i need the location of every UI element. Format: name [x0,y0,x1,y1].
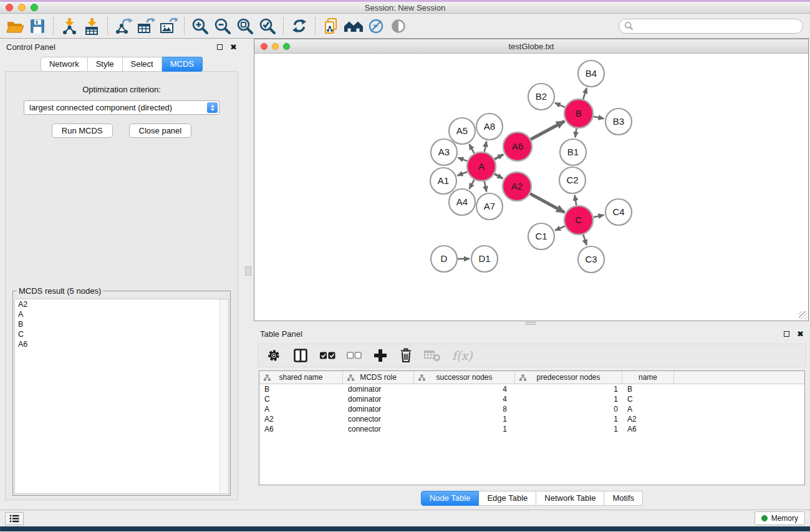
graph-edge-C-C1[interactable] [555,226,565,231]
close-network-window-icon[interactable] [261,43,268,50]
graph-edge-A-A4[interactable] [469,180,474,189]
zoom-fit-icon[interactable] [234,16,256,36]
cell-predecessor-nodes[interactable]: 1 [515,415,622,423]
mcds-result-item[interactable]: B [15,319,228,329]
search-input[interactable] [637,22,798,31]
tab-style[interactable]: Style [88,57,123,72]
double-home-icon[interactable] [342,16,365,36]
graph-edge-A-A7[interactable] [485,181,486,192]
column-header-predecessor-nodes[interactable]: predecessor nodes [515,371,622,384]
graph-node-D1[interactable]: D1 [471,246,498,272]
graph-node-C1[interactable]: C1 [528,223,554,249]
task-history-button[interactable] [5,512,24,525]
cell-successor-nodes[interactable]: 1 [414,415,515,423]
mcds-result-item[interactable]: A [15,309,228,319]
cell-successor-nodes[interactable]: 8 [414,405,515,414]
export-table-icon[interactable] [135,16,157,36]
cell-shared-name[interactable]: C [259,395,343,404]
graph-node-B3[interactable]: B3 [605,109,632,135]
graph-edge-A2-C[interactable] [530,193,564,212]
graph-node-A2[interactable]: A2 [503,172,531,201]
mcds-result-item[interactable]: A6 [15,339,228,349]
cell-successor-nodes[interactable]: 4 [414,385,515,394]
cell-shared-name[interactable]: B [259,385,343,394]
close-window-icon[interactable] [6,4,13,11]
column-header-successor-nodes[interactable]: successor nodes [414,371,515,384]
export-network-icon[interactable] [112,16,135,36]
float-panel-icon[interactable] [217,44,223,50]
network-file-icon[interactable] [320,16,342,36]
cell-MCDS-role[interactable]: connector [343,415,414,423]
graph-node-D[interactable]: D [431,246,457,272]
search-box[interactable] [619,19,803,34]
table-row[interactable]: Bdominator41B [259,384,804,394]
tab-edge-table[interactable]: Edge Table [479,491,536,506]
import-table-icon[interactable] [80,16,103,36]
cell-MCDS-role[interactable]: dominator [343,395,414,404]
cell-MCDS-role[interactable]: dominator [343,405,414,414]
list-scrollbar[interactable] [219,299,228,493]
cell-predecessor-nodes[interactable]: 0 [515,405,622,414]
cell-name[interactable]: A2 [622,415,674,423]
graph-edge-A6-B[interactable] [531,121,564,139]
divider-grabber-icon[interactable] [526,322,536,325]
graph-node-A8[interactable]: A8 [476,114,503,140]
graph-edge-A-A5[interactable] [469,144,474,153]
criterion-dropdown[interactable]: largest connected component (directed) [24,100,219,115]
tab-mcds[interactable]: MCDS [162,57,203,72]
export-image-icon[interactable] [157,16,180,36]
eye-icon[interactable] [387,16,410,36]
table-row[interactable]: A6connector11A6 [259,424,804,434]
close-panel-button[interactable]: Close panel [129,123,192,138]
mcds-result-list[interactable]: A2ABCA6 [14,299,229,494]
graph-edge-C-C2[interactable] [575,195,577,206]
graph-edge-C-C3[interactable] [583,235,586,245]
graph-edge-B-B2[interactable] [555,103,565,107]
graph-node-C2[interactable]: C2 [559,167,586,193]
graph-node-B2[interactable]: B2 [528,84,554,110]
resize-grip-icon[interactable] [799,311,807,319]
graph-edge-A-A2[interactable] [494,174,503,179]
memory-button[interactable]: Memory [755,511,805,525]
graph-node-A4[interactable]: A4 [449,189,475,215]
add-column-icon[interactable] [373,348,388,363]
graph-node-C4[interactable]: C4 [605,199,632,225]
graph-edge-B-B3[interactable] [594,117,604,118]
close-panel-icon[interactable]: ✖ [797,330,804,338]
refresh-layout-icon[interactable] [288,16,311,36]
cell-name[interactable]: A6 [622,425,674,433]
save-session-icon[interactable] [26,16,49,36]
cell-name[interactable]: C [622,395,674,404]
vertical-split-divider[interactable] [243,39,254,510]
mcds-result-item[interactable]: A2 [15,299,228,309]
zoom-in-icon[interactable] [189,16,211,36]
zoom-selected-icon[interactable] [256,16,279,36]
cell-predecessor-nodes[interactable]: 1 [515,395,622,404]
cell-successor-nodes[interactable]: 1 [414,425,515,433]
select-all-icon[interactable] [319,349,336,362]
open-session-icon[interactable] [4,16,26,36]
table-row[interactable]: Adominator80A [259,404,804,414]
graph-edge-C-C4[interactable] [594,215,604,217]
graph-edge-A-A8[interactable] [485,142,486,152]
table-row[interactable]: Cdominator41C [259,394,804,404]
horizontal-split-divider[interactable] [254,321,810,326]
maximize-network-window-icon[interactable] [283,43,290,50]
import-network-icon[interactable] [58,16,80,36]
gear-icon[interactable] [266,347,282,364]
column-header-MCDS-role[interactable]: MCDS role [343,371,414,384]
graph-node-C3[interactable]: C3 [578,246,604,273]
cell-shared-name[interactable]: A [259,405,343,414]
cell-successor-nodes[interactable]: 4 [414,395,515,404]
tab-network[interactable]: Network [41,57,88,72]
cell-shared-name[interactable]: A2 [259,415,343,423]
graph-node-A6[interactable]: A6 [503,132,532,161]
cell-name[interactable]: B [622,385,674,394]
minimize-window-icon[interactable] [18,4,26,11]
graph-node-A3[interactable]: A3 [431,139,457,165]
graph-edge-A-A1[interactable] [457,172,467,175]
run-mcds-button[interactable]: Run MCDS [52,123,113,138]
graph-edge-A-A3[interactable] [458,158,467,162]
graph-node-B4[interactable]: B4 [578,60,604,87]
graph-node-C[interactable]: C [564,206,593,235]
